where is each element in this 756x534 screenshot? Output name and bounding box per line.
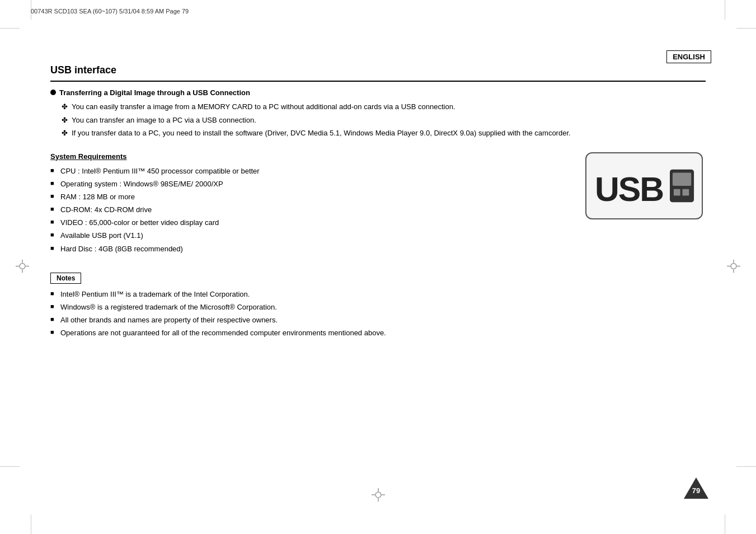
edge-line-tr — [736, 28, 756, 29]
transferring-list: You can easily transfer a image from a M… — [62, 101, 706, 139]
svg-point-5 — [375, 492, 381, 498]
svg-rect-2 — [673, 172, 691, 185]
list-item: RAM : 128 MB or more — [50, 192, 571, 202]
edge-line-tl — [0, 28, 20, 29]
page-title: USB interface — [50, 64, 706, 82]
list-item: Operating system : Windows® 98SE/ME/ 200… — [50, 179, 571, 189]
svg-text:USB: USB — [595, 170, 663, 208]
list-item: Windows® is a registered trademark of th… — [50, 302, 706, 312]
system-heading: System Requirements — [50, 152, 571, 161]
file-info: 00743R SCD103 SEA (60~107) 5/31/04 8:59 … — [31, 8, 189, 15]
list-item: You can easily transfer a image from a M… — [62, 101, 706, 113]
usb-logo-svg: USB — [592, 161, 696, 211]
edge-line-lb — [31, 514, 31, 534]
notes-list: Intel® Pentium III™ is a trademark of th… — [50, 289, 706, 339]
edge-line-bl — [0, 466, 20, 467]
list-item: VIDEO : 65,000-color or better video dis… — [50, 218, 571, 228]
page-number-triangle-container: 79 — [684, 477, 708, 499]
system-text: System Requirements CPU : Intel® Pentium… — [50, 152, 571, 257]
page-number: 79 — [692, 486, 700, 495]
crosshair-left — [16, 260, 29, 275]
language-badge: ENGLISH — [666, 50, 711, 63]
notes-section: Notes Intel® Pentium III™ is a trademark… — [50, 273, 706, 339]
list-item: If you transfer data to a PC, you need t… — [62, 128, 706, 139]
system-list: CPU : Intel® Pentium III™ 450 processor … — [50, 166, 571, 254]
svg-point-15 — [731, 264, 736, 269]
system-section: System Requirements CPU : Intel® Pentium… — [50, 152, 706, 257]
usb-logo-area: USB — [583, 152, 706, 219]
usb-logo-box: USB — [585, 152, 703, 219]
list-item: All other brands and names are property … — [50, 315, 706, 325]
list-item: Available USB port (V1.1) — [50, 231, 571, 241]
crosshair-icon — [727, 260, 740, 273]
crosshair-bottom — [372, 488, 385, 503]
crosshair-icon — [16, 260, 29, 273]
crosshair-icon — [372, 488, 385, 502]
edge-line-rb — [725, 514, 725, 534]
list-item: CPU : Intel® Pentium III™ 450 processor … — [50, 166, 571, 176]
page: 00743R SCD103 SEA (60~107) 5/31/04 8:59 … — [0, 0, 756, 534]
crosshair-right — [727, 260, 740, 275]
edge-line-br — [736, 466, 756, 467]
list-item: Intel® Pentium III™ is a trademark of th… — [50, 289, 706, 299]
svg-rect-4 — [683, 189, 689, 195]
edge-line-rt — [725, 0, 725, 20]
list-item: You can transfer an image to a PC via a … — [62, 115, 706, 126]
bullet-icon — [50, 90, 56, 95]
svg-point-10 — [20, 264, 25, 269]
list-item: Operations are not guaranteed for all of… — [50, 328, 706, 338]
file-info-text: 00743R SCD103 SEA (60~107) 5/31/04 8:59 … — [31, 8, 189, 15]
transferring-heading: Transferring a Digital Image through a U… — [50, 88, 706, 97]
main-content: USB interface Transferring a Digital Ima… — [50, 64, 706, 341]
page-number-area: 79 — [684, 477, 708, 500]
notes-badge: Notes — [50, 273, 81, 284]
list-item: Hard Disc : 4GB (8GB recommended) — [50, 244, 571, 254]
list-item: CD-ROM: 4x CD-ROM drive — [50, 205, 571, 215]
svg-rect-3 — [674, 189, 680, 195]
